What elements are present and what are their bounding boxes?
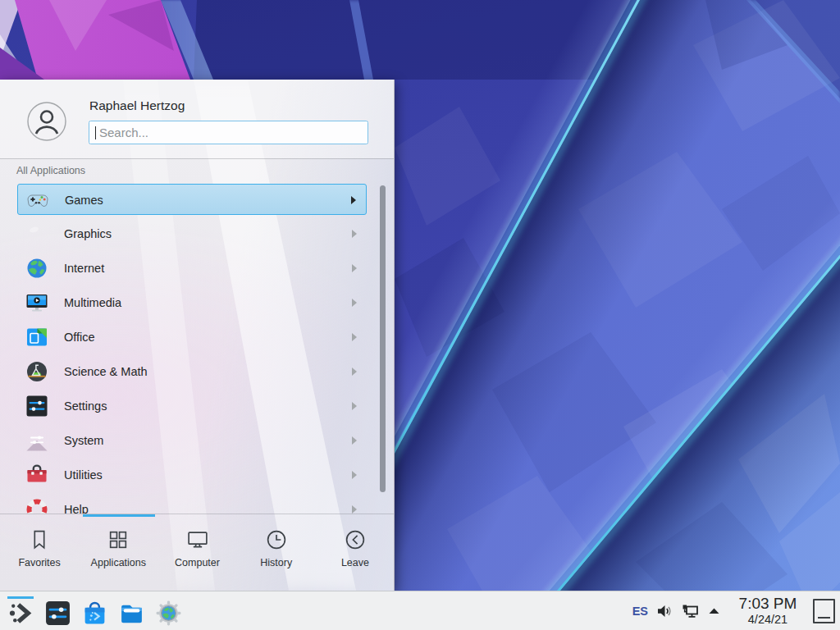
multimedia-icon	[25, 291, 48, 314]
sphere-icon	[25, 222, 48, 245]
menu-item-label: Settings	[64, 390, 107, 422]
menu-item-internet[interactable]: Internet	[17, 253, 367, 284]
science-icon	[25, 360, 48, 383]
bookmark-icon	[28, 528, 51, 551]
chevron-right-icon	[352, 264, 357, 272]
chevron-right-icon	[352, 230, 357, 238]
launcher-tab-bar: Favorites Applications Computer History …	[0, 514, 395, 591]
tab-label: Computer	[175, 557, 220, 568]
task-manager	[0, 591, 345, 630]
utilities-icon	[25, 463, 48, 486]
menu-item-label: System	[64, 425, 103, 456]
application-category-list: Games Graphics Internet Multimedia Offic…	[0, 184, 380, 514]
launcher-discover[interactable]	[78, 596, 111, 629]
network-icon[interactable]	[680, 601, 701, 621]
menu-item-label: Office	[64, 322, 95, 353]
active-task-indicator	[7, 596, 34, 599]
scrollbar-thumb[interactable]	[380, 185, 386, 492]
globe-icon	[25, 257, 48, 280]
taskbar-panel: ES 7:03 PM 4/	[0, 591, 840, 630]
menu-item-label: Science & Math	[64, 356, 148, 387]
desktop-outline-icon	[818, 617, 830, 619]
desktop: Raphael Hertzog All Applications Games G…	[0, 0, 840, 630]
menu-item-label: Multimedia	[64, 287, 121, 318]
application-launcher-menu: Raphael Hertzog All Applications Games G…	[0, 80, 395, 591]
chevron-right-icon	[352, 402, 357, 410]
menu-item-games[interactable]: Games	[17, 184, 367, 215]
menu-item-label: Help	[64, 494, 89, 514]
show-desktop-button[interactable]	[813, 599, 835, 623]
tab-history[interactable]: History	[237, 514, 316, 591]
launcher-file-manager[interactable]	[115, 596, 148, 629]
chevron-right-icon	[351, 196, 356, 204]
menu-item-label: Internet	[64, 253, 104, 284]
tab-label: History	[260, 557, 292, 568]
menu-item-help[interactable]: Help	[17, 494, 367, 514]
tab-label: Applications	[91, 557, 146, 568]
active-tab-indicator	[83, 514, 155, 517]
chevron-right-icon	[352, 299, 357, 307]
clock-date: 4/24/21	[729, 614, 806, 626]
tab-applications[interactable]: Applications	[79, 514, 158, 591]
keyboard-layout-indicator[interactable]: ES	[632, 605, 648, 618]
computer-icon	[186, 528, 209, 551]
section-label: All Applications	[16, 165, 85, 176]
user-name: Raphael Hertzog	[89, 98, 185, 113]
chevron-right-icon	[352, 471, 357, 479]
settings-icon	[25, 395, 48, 418]
chevron-right-icon	[352, 505, 357, 514]
menu-item-system[interactable]: System	[17, 425, 367, 456]
menu-item-label: Utilities	[64, 459, 103, 491]
tab-computer[interactable]: Computer	[158, 514, 236, 591]
menu-item-label: Games	[65, 185, 103, 216]
menu-item-label: Graphics	[64, 218, 112, 249]
gamepad-icon	[26, 189, 49, 212]
clock-time: 7:03 PM	[729, 596, 806, 611]
volume-icon[interactable]	[655, 602, 673, 620]
search-input[interactable]	[89, 121, 368, 144]
menu-item-graphics[interactable]: Graphics	[17, 218, 367, 249]
menu-item-multimedia[interactable]: Multimedia	[17, 287, 367, 318]
search-field[interactable]	[89, 121, 368, 144]
office-icon	[25, 326, 48, 349]
tab-label: Leave	[341, 557, 369, 568]
system-icon	[25, 429, 48, 452]
tab-favorites[interactable]: Favorites	[0, 514, 79, 591]
system-tray: ES 7:03 PM 4/	[632, 591, 840, 630]
launcher-web-browser[interactable]	[152, 596, 185, 629]
menu-item-utilities[interactable]: Utilities	[17, 459, 367, 491]
tab-label: Favorites	[18, 557, 60, 568]
chevron-right-icon	[352, 368, 357, 376]
chevron-right-icon	[352, 333, 357, 341]
tab-leave[interactable]: Leave	[316, 514, 395, 591]
menu-item-science-math[interactable]: Science & Math	[17, 356, 367, 387]
grid-icon	[107, 528, 130, 551]
menu-item-settings[interactable]: Settings	[17, 390, 367, 422]
launcher-system-settings[interactable]	[41, 596, 74, 629]
clock-icon	[265, 528, 288, 551]
leave-icon	[344, 528, 367, 551]
launcher-application-launcher[interactable]	[4, 596, 37, 629]
digital-clock[interactable]: 7:03 PM 4/24/21	[729, 596, 806, 626]
expand-arrow-icon[interactable]	[707, 605, 721, 618]
chevron-right-icon	[352, 436, 357, 445]
help-icon	[25, 498, 48, 514]
menu-item-office[interactable]: Office	[17, 322, 367, 353]
user-avatar[interactable]	[27, 102, 66, 141]
